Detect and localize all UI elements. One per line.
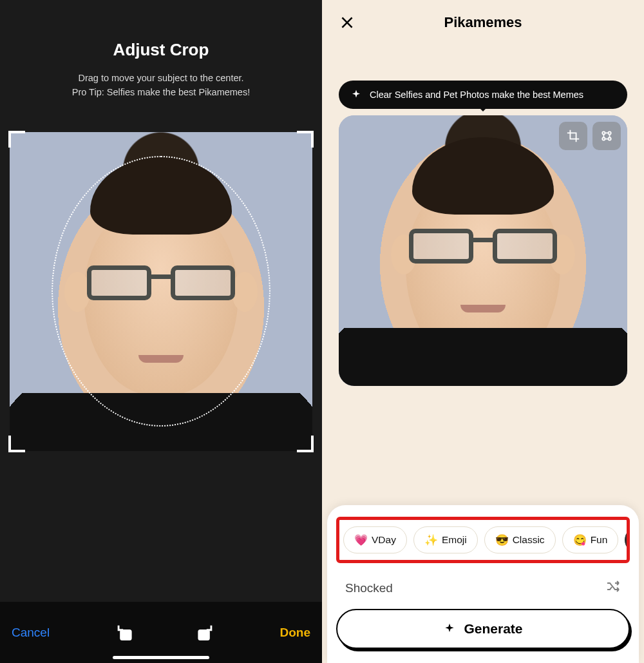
crop-sub-line2: Pro Tip: Selfies make the best Pikamemes…	[72, 87, 250, 97]
preview-photo	[339, 115, 627, 386]
rotate-right-button[interactable]	[194, 622, 216, 644]
svg-point-3	[608, 131, 611, 134]
crop-screen: Adjust Crop Drag to move your subject to…	[0, 0, 322, 663]
crop-footer: Cancel Done	[0, 602, 322, 663]
category-chip-fun[interactable]: 😋Fun	[562, 526, 619, 553]
chip-emoji: 😎	[495, 533, 509, 547]
generate-label: Generate	[464, 621, 522, 637]
chip-emoji: ✨	[424, 533, 438, 547]
crop-handle-tr[interactable]	[297, 131, 314, 148]
category-chip-classic[interactable]: 😎Classic	[484, 526, 556, 553]
category-chip-vday[interactable]: 💗VDay	[343, 526, 407, 553]
tip-text: Clear Selfies and Pet Photos make the be…	[370, 90, 583, 100]
cancel-button[interactable]: Cancel	[12, 626, 50, 640]
header: Pikamemes	[322, 0, 644, 45]
crop-handle-tl[interactable]	[8, 131, 25, 148]
crop-handle-br[interactable]	[297, 436, 314, 452]
svg-point-4	[602, 137, 605, 140]
prompt-row: Shocked	[336, 575, 630, 609]
generate-button[interactable]: Generate	[336, 609, 630, 649]
prompt-text[interactable]: Shocked	[345, 581, 393, 595]
pikamemes-screen: Pikamemes Clear Selfies and Pet Photos m…	[322, 0, 644, 663]
subject-photo[interactable]	[10, 132, 312, 451]
crop-stage[interactable]	[10, 132, 312, 451]
chip-label: Classic	[513, 534, 545, 546]
category-chip-emoji[interactable]: ✨Emoji	[413, 526, 478, 553]
done-button[interactable]: Done	[280, 626, 311, 640]
rotate-left-button[interactable]	[114, 622, 136, 644]
svg-rect-1	[198, 629, 209, 640]
swap-icon-button[interactable]	[592, 122, 621, 150]
tip-banner: Clear Selfies and Pet Photos make the be…	[339, 81, 627, 109]
category-chips-highlight: 💗VDay✨Emoji😎Classic😋Fun🤯Wild	[336, 517, 630, 563]
svg-point-2	[602, 131, 605, 134]
app-title: Pikamemes	[363, 14, 603, 31]
category-chip-wild[interactable]: 🤯Wild	[625, 526, 630, 553]
svg-point-5	[608, 137, 611, 140]
crop-icon-button[interactable]	[559, 122, 587, 150]
chip-emoji: 💗	[354, 533, 368, 547]
bottom-sheet: 💗VDay✨Emoji😎Classic😋Fun🤯Wild Shocked Gen…	[327, 505, 639, 663]
sparkle-icon	[443, 622, 456, 635]
crop-subtitle: Drag to move your subject to the center.…	[0, 72, 322, 100]
sparkle-icon	[350, 89, 362, 101]
shuffle-button[interactable]	[605, 579, 621, 597]
home-indicator[interactable]	[113, 656, 209, 659]
preview-card	[339, 115, 627, 386]
svg-rect-0	[120, 629, 131, 640]
chip-label: Fun	[591, 534, 608, 546]
chip-label: Emoji	[442, 534, 467, 546]
chip-emoji: 😋	[573, 533, 587, 547]
chip-label: VDay	[372, 534, 396, 546]
crop-sub-line1: Drag to move your subject to the center.	[78, 73, 243, 83]
crop-handle-bl[interactable]	[8, 436, 25, 452]
crop-title: Adjust Crop	[0, 40, 322, 60]
close-button[interactable]	[331, 6, 363, 39]
